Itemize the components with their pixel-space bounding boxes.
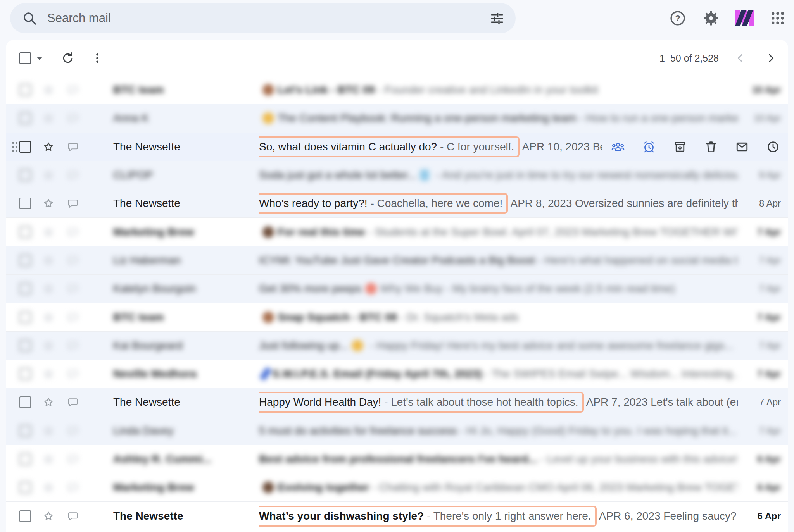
row-sender: BTC team [113,311,259,324]
settings-gear-icon[interactable] [702,9,720,28]
row-checkbox[interactable] [19,283,31,294]
email-row[interactable]: The Newsette What’s your dishwashing sty… [6,502,788,530]
email-row[interactable]: BTC team Let's Link - BTC 09 - Founder c… [6,76,788,104]
chat-bubble-icon[interactable] [67,340,78,351]
mark-unread-envelope-icon[interactable] [734,139,750,155]
email-row[interactable]: Anna K The Content Playbook: Running a o… [6,104,788,133]
brand-logo-m[interactable] [735,9,754,28]
archive-icon[interactable] [672,139,688,155]
select-dropdown-caret-icon[interactable] [36,57,43,60]
row-date: 6 Apr [744,482,781,493]
app-header: Search mail ? [0,0,794,40]
email-row[interactable]: Liz Haberman ICYMI: YouTube Just Gave Cr… [6,246,788,275]
email-row[interactable]: CLIPOP Soda just got a whole lot better.… [6,161,788,189]
row-checkbox[interactable] [19,141,31,153]
star-icon[interactable] [43,453,54,465]
search-options-icon[interactable] [489,10,505,26]
email-row[interactable]: Neville Medhora S.W.I.P.E.S. Email (Frid… [6,360,788,388]
row-sender: Neville Medhora [113,368,259,380]
chat-bubble-icon[interactable] [67,170,78,181]
emoji-blob [262,84,274,96]
chat-bubble-icon[interactable] [67,227,78,238]
email-row[interactable]: Katelyn Bourgoin Get 30% more peeps Why … [6,275,788,303]
row-sender: CLIPOP [113,169,259,181]
chat-bubble-icon[interactable] [67,425,78,436]
people-group-icon[interactable] [610,139,626,155]
star-icon[interactable] [43,169,54,181]
email-row[interactable]: Ashley R. Cummi... Best advice from prof… [6,445,788,473]
star-icon[interactable] [43,226,54,238]
star-icon[interactable] [43,255,54,266]
older-page-chevron-right-icon[interactable] [762,50,779,67]
drag-handle-icon[interactable] [10,141,19,153]
row-content: Snap Squatch - BTC 08 - Dr. Squatch's Me… [259,311,738,324]
chat-bubble-icon[interactable] [67,312,78,323]
row-sender: Ashley R. Cummi... [113,453,259,465]
chat-bubble-icon[interactable] [67,198,78,209]
star-icon[interactable] [43,368,54,380]
email-row-hovered[interactable]: The Newsette So, what does vitamin C act… [6,133,788,161]
chat-bubble-icon[interactable] [67,255,78,266]
delete-trash-icon[interactable] [703,139,719,155]
search-input[interactable]: Search mail [47,11,489,25]
row-checkbox[interactable] [19,396,31,408]
star-icon[interactable] [43,198,54,209]
row-checkbox[interactable] [19,482,31,493]
row-sender: Kai Bourgeard [113,339,259,352]
more-options-kebab-icon[interactable] [88,49,106,67]
email-row[interactable]: Marketing Brew Evolving together - Chatt… [6,473,788,502]
star-icon[interactable] [43,425,54,437]
chat-bubble-icon[interactable] [67,511,78,522]
star-icon[interactable] [43,312,54,323]
alarm-clock-icon[interactable] [641,139,657,155]
row-checkbox[interactable] [19,198,31,209]
chat-bubble-icon[interactable] [67,397,78,408]
row-checkbox[interactable] [19,255,31,266]
row-checkbox[interactable] [19,510,31,522]
star-icon[interactable] [43,141,54,153]
row-sender: Marketing Brew [113,226,259,238]
row-checkbox[interactable] [19,425,31,437]
newer-page-chevron-left-icon[interactable] [732,50,749,67]
row-checkbox[interactable] [19,368,31,380]
chat-bubble-icon[interactable] [67,283,78,294]
star-icon[interactable] [43,340,54,351]
email-row[interactable]: The Newsette Happy World Health Day! - L… [6,388,788,417]
star-icon[interactable] [43,84,54,96]
row-checkbox[interactable] [19,340,31,351]
chat-bubble-icon[interactable] [67,84,78,95]
star-icon[interactable] [43,510,54,522]
snooze-clock-icon[interactable] [765,139,781,155]
email-row[interactable]: The Newsette Who’s ready to party?! - Co… [6,189,788,218]
row-checkbox[interactable] [19,453,31,465]
help-icon[interactable]: ? [668,9,687,28]
apps-grid-icon[interactable] [768,9,787,28]
email-row[interactable]: BTC team Snap Squatch - BTC 08 - Dr. Squ… [6,303,788,331]
email-row[interactable]: Linda Davey 5 must do activities for fre… [6,417,788,445]
row-checkbox[interactable] [19,112,31,124]
star-icon[interactable] [43,283,54,294]
email-row[interactable]: Marketing Brew For real this time - Stud… [6,218,788,246]
star-icon[interactable] [43,112,54,124]
row-checkbox[interactable] [19,226,31,238]
row-checkbox[interactable] [19,312,31,323]
row-date: 7 Apr [744,255,781,266]
chat-bubble-icon[interactable] [67,368,78,379]
star-icon[interactable] [43,482,54,493]
emoji-blob [262,312,274,323]
select-all-checkbox[interactable] [19,52,31,64]
row-sender: BTC team [113,84,259,96]
chat-bubble-icon[interactable] [67,454,78,465]
row-date: 7 Apr [744,227,781,238]
star-icon[interactable] [43,396,54,408]
email-row[interactable]: Kai Bourgeard Just following up... - Hap… [6,332,788,360]
chat-bubble-icon[interactable] [67,113,78,124]
row-content: Soda just got a whole lot better... - An… [259,169,738,181]
row-checkbox[interactable] [19,84,31,96]
chat-bubble-icon[interactable] [67,482,78,493]
chat-bubble-icon[interactable] [67,141,78,152]
refresh-icon[interactable] [59,49,77,67]
search-icon[interactable] [22,10,37,26]
row-checkbox[interactable] [19,169,31,181]
search-bar[interactable]: Search mail [10,3,516,33]
